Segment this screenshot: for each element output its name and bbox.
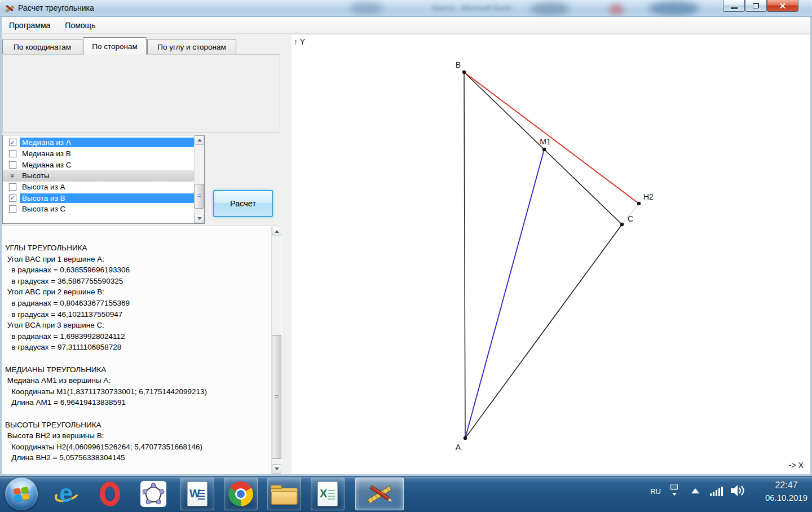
y-axis-label: ↑ Y xyxy=(294,37,305,46)
results-line: Медиана AM1 из вершины A: xyxy=(5,375,270,386)
list-item-label: Медиана из A xyxy=(20,138,194,147)
restore-button[interactable] xyxy=(745,0,767,12)
up-arrow-icon xyxy=(197,139,202,142)
vertex-point-B xyxy=(462,70,466,74)
taskbar-word[interactable]: W xyxy=(180,478,214,510)
tab-by-coordinates[interactable]: По координатам xyxy=(2,39,82,55)
volume-icon[interactable] xyxy=(730,484,745,499)
listbox-scrollbar[interactable] xyxy=(194,135,204,223)
list-item-label: Высота из B xyxy=(20,193,194,203)
scrollbar-thumb[interactable] xyxy=(272,335,281,459)
menu-program[interactable]: Программа xyxy=(2,19,58,32)
vertex-point-A xyxy=(464,436,467,440)
vertex-label-C: C xyxy=(628,214,633,223)
clock-time: 22:47 xyxy=(765,480,807,491)
tab-by-sides[interactable]: По сторонам xyxy=(83,37,147,55)
vertex-label-B: B xyxy=(456,60,461,69)
options-list: ✓Медиана из AМедиана из BМедиана из C»Вы… xyxy=(3,135,194,223)
minimize-icon xyxy=(731,7,738,9)
word-icon: W xyxy=(187,482,208,506)
checkbox-unchecked[interactable] xyxy=(9,161,16,169)
checkbox-checked[interactable]: ✓ xyxy=(9,195,16,202)
list-item[interactable]: Медиана из B xyxy=(3,148,194,160)
results-text: УГЛЫ ТРЕУГОЛЬНИКА Угол BAC при 1 вершине… xyxy=(5,242,270,464)
checkbox-unchecked[interactable] xyxy=(9,205,16,213)
results-line: Координаты H2(4,0609961526264; 5,4707735… xyxy=(5,442,270,453)
excel-icon: X xyxy=(317,482,338,506)
vertex-point-H2 xyxy=(637,202,641,205)
results-line: УГЛЫ ТРЕУГОЛЬНИКА xyxy=(5,242,270,254)
results-scrollbar[interactable] xyxy=(271,227,281,474)
system-tray: RU 22:47 06.10.2019 xyxy=(643,476,812,512)
background-blur xyxy=(609,5,624,15)
checkbox-checked[interactable]: ✓ xyxy=(9,139,16,146)
results-line: в градусах = 36,5867755590325 xyxy=(5,276,270,287)
input-method-caret-icon xyxy=(672,493,677,496)
down-arrow-icon xyxy=(197,217,202,220)
list-item[interactable]: ✓Медиана из A xyxy=(3,137,194,148)
restore-icon xyxy=(753,3,759,8)
vertex-point-C xyxy=(620,223,624,226)
minimize-button[interactable] xyxy=(723,0,745,12)
clock[interactable]: 22:47 06.10.2019 xyxy=(765,480,807,502)
results-line: в градусах = 46,1021137550947 xyxy=(5,309,270,320)
network-signal-icon[interactable] xyxy=(710,486,723,496)
results-line: в радианах = 0,638559696193306 xyxy=(5,264,270,276)
window-title: Расчет треугольника xyxy=(18,3,94,12)
scroll-down-button[interactable] xyxy=(272,464,281,474)
list-item[interactable]: Медиана из C xyxy=(3,159,194,170)
taskbar-excel[interactable]: X xyxy=(311,478,345,510)
list-item[interactable]: Высота из C xyxy=(3,204,194,215)
options-listbox: ✓Медиана из AМедиана из BМедиана из C»Вы… xyxy=(2,135,205,224)
show-hidden-icons-button[interactable] xyxy=(691,488,699,493)
list-item[interactable]: Высота из A xyxy=(3,182,194,193)
sides-form-panel xyxy=(2,54,280,133)
taskbar-file-explorer[interactable] xyxy=(267,478,301,510)
taskbar-opera[interactable] xyxy=(92,478,127,510)
scrollbar-thumb[interactable] xyxy=(195,184,204,209)
vertex-point-M1 xyxy=(542,148,546,151)
language-indicator[interactable]: RU xyxy=(650,487,661,496)
results-line: Длина AM1 = 6,96419413838591 xyxy=(5,397,270,408)
background-window-title: Книга1 - Microsoft Excel xyxy=(432,3,511,12)
side-AC xyxy=(465,224,622,438)
list-item-label: Высоты xyxy=(20,171,194,180)
taskbar-triangle-app-active[interactable] xyxy=(355,478,404,510)
scroll-up-button[interactable] xyxy=(195,135,204,145)
list-item-label: Высота из A xyxy=(20,182,194,192)
results-line: в радианах = 1,69839928024112 xyxy=(5,331,270,342)
taskbar-chrome[interactable] xyxy=(224,478,258,510)
results-line: Координаты M1(1,83711730733001; 6,717514… xyxy=(5,386,270,398)
median-A-M1 xyxy=(465,149,544,438)
input-method-icon[interactable] xyxy=(670,484,678,490)
results-line: Угол BCA при 3 вершине C: xyxy=(5,320,270,331)
checkbox-unchecked[interactable] xyxy=(9,183,16,191)
scroll-up-button[interactable] xyxy=(272,227,281,236)
calculate-button[interactable]: Расчет xyxy=(213,190,273,217)
list-item[interactable]: ✓Высота из B xyxy=(3,192,194,204)
results-line xyxy=(5,353,270,364)
scroll-down-button[interactable] xyxy=(195,214,204,223)
geogebra-icon xyxy=(140,481,166,507)
background-blur xyxy=(648,1,699,16)
close-button[interactable]: ✕ xyxy=(767,0,798,12)
results-line: Угол ABC при 2 вершине B: xyxy=(5,286,270,298)
checkbox-unchecked[interactable] xyxy=(9,150,16,157)
taskbar-geogebra[interactable] xyxy=(136,478,171,510)
list-group-header[interactable]: »Высоты xyxy=(3,170,194,182)
opera-icon xyxy=(100,482,120,506)
menubar: Программа Помощь xyxy=(2,17,810,34)
triangle-canvas: ↑ Y ABCM1H2 -> X xyxy=(292,35,810,474)
menu-help[interactable]: Помощь xyxy=(58,19,103,32)
close-icon: ✕ xyxy=(779,2,787,10)
background-blur xyxy=(530,2,570,16)
tab-by-angle-and-sides[interactable]: По углу и сторонам xyxy=(147,39,236,55)
start-button[interactable] xyxy=(5,478,38,510)
side-AB xyxy=(464,72,465,438)
taskbar-internet-explorer[interactable]: e xyxy=(50,478,85,510)
list-item-label: Медиана из C xyxy=(20,160,194,170)
screen: Книга1 - Microsoft Excel Расчет треуголь… xyxy=(0,0,812,512)
results-line xyxy=(5,408,270,420)
x-axis-label: -> X xyxy=(789,461,804,470)
clock-date: 06.10.2019 xyxy=(765,493,807,502)
